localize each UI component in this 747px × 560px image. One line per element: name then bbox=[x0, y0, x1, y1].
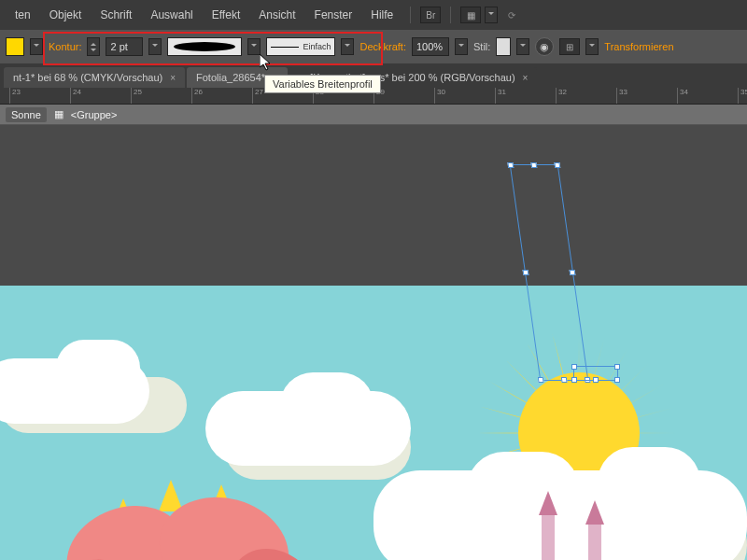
menu-bar: ten Objekt Schrift Auswahl Effekt Ansich… bbox=[0, 0, 747, 30]
stroke-spinner[interactable] bbox=[87, 37, 100, 56]
menu-item[interactable]: Fenster bbox=[307, 5, 360, 25]
brush-preview[interactable] bbox=[167, 37, 242, 56]
menu-item[interactable]: Hilfe bbox=[363, 5, 401, 25]
fill-swatch[interactable] bbox=[6, 37, 24, 56]
transform-link[interactable]: Transformieren bbox=[604, 41, 673, 52]
stroke-dropdown[interactable] bbox=[148, 38, 162, 55]
group-label: <Gruppe> bbox=[71, 109, 118, 120]
style-dropdown[interactable] bbox=[516, 38, 529, 55]
profile-dropdown[interactable] bbox=[341, 38, 354, 55]
options-bar: Kontur: 2 pt Einfach Deckkraft: 100% Sti… bbox=[0, 30, 747, 63]
layer-name[interactable]: Sonne bbox=[6, 107, 47, 122]
opacity-dropdown[interactable] bbox=[455, 38, 468, 55]
kontur-label: Kontur: bbox=[49, 41, 81, 52]
layer-bar: Sonne ▦ <Gruppe> bbox=[0, 105, 747, 125]
menu-item[interactable]: Ansicht bbox=[251, 5, 303, 25]
svg-point-0 bbox=[174, 42, 235, 51]
style-swatch[interactable] bbox=[496, 37, 511, 56]
isolation-icon[interactable]: ▦ bbox=[54, 108, 63, 120]
menu-item[interactable]: Schrift bbox=[92, 5, 139, 25]
dragon-artwork bbox=[37, 480, 336, 560]
brush-dropdown[interactable] bbox=[247, 38, 261, 55]
tooltip: Variables Breitenprofil bbox=[264, 75, 381, 93]
close-icon[interactable]: × bbox=[170, 73, 176, 83]
canvas[interactable] bbox=[0, 125, 747, 560]
castle-tower bbox=[542, 513, 555, 560]
menu-item[interactable]: Effekt bbox=[204, 5, 247, 25]
align-dropdown[interactable] bbox=[585, 38, 599, 55]
recolor-icon[interactable]: ◉ bbox=[535, 37, 554, 56]
close-icon[interactable]: × bbox=[523, 73, 529, 83]
document-tab[interactable]: nt-1* bei 68 % (CMYK/Vorschau)× bbox=[4, 67, 185, 88]
castle-tower bbox=[588, 523, 601, 560]
menu-item[interactable]: ten bbox=[7, 5, 38, 25]
gpu-icon[interactable]: ⟳ bbox=[501, 7, 522, 23]
width-profile[interactable]: Einfach bbox=[266, 37, 335, 56]
arrange-icon[interactable]: ▦ bbox=[460, 7, 481, 23]
opacity-label: Deckkraft: bbox=[359, 41, 406, 52]
fill-dropdown[interactable] bbox=[30, 38, 43, 55]
bridge-icon[interactable]: Br bbox=[420, 7, 441, 23]
menu-item[interactable]: Objekt bbox=[42, 5, 90, 25]
menu-item[interactable]: Auswahl bbox=[143, 5, 200, 25]
style-label: Stil: bbox=[473, 41, 490, 52]
align-icon[interactable]: ⊞ bbox=[559, 38, 580, 55]
opacity-field[interactable]: 100% bbox=[412, 37, 449, 56]
arrange-dropdown[interactable] bbox=[485, 7, 498, 23]
stroke-field[interactable]: 2 pt bbox=[106, 37, 143, 56]
